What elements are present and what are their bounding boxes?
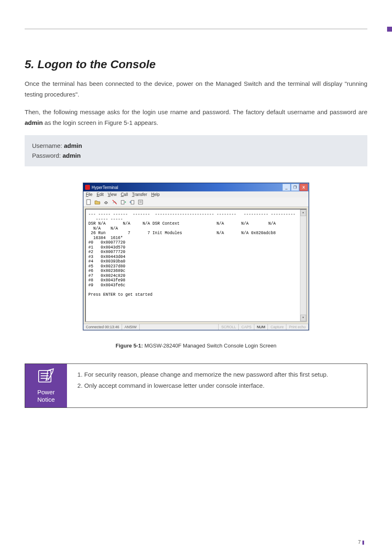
status-capture: Capture [268, 324, 286, 330]
tool-properties-icon[interactable] [137, 198, 144, 206]
status-connected: Connected 00:13:46 [83, 324, 122, 330]
scrollbar[interactable]: ▴ ▾ [300, 209, 306, 321]
status-spacer [140, 324, 219, 330]
window-title: HyperTerminal [92, 185, 118, 190]
terminal-output: --- ----- ------ ------- ---------------… [85, 209, 307, 322]
credentials-box: Username: admin Password: admin [25, 135, 367, 166]
notice-item-2: Only accept command in lowercase letter … [84, 381, 359, 391]
username-label: Username: [32, 142, 64, 149]
status-emulation: ANSIW [122, 324, 140, 330]
svg-rect-4 [131, 200, 134, 204]
figure-caption: Figure 5-1: MGSW-28240F Managed Switch C… [25, 343, 367, 349]
figure-label: Figure 5-1: [115, 343, 143, 349]
figure-text: MGSW-28240F Managed Switch Console Login… [143, 343, 277, 349]
paragraph-2-pre: Then, the following message asks for the… [25, 108, 367, 115]
status-scroll: SCROLL [219, 324, 239, 330]
notice-box: Power Notice For security reason, please… [25, 364, 367, 408]
svg-rect-5 [138, 200, 143, 204]
password-value: admin [62, 152, 81, 159]
tool-connect-icon[interactable] [102, 198, 110, 206]
notepad-icon [36, 368, 56, 386]
close-button[interactable]: X [300, 184, 308, 191]
status-caps: CAPS [239, 324, 254, 330]
tool-receive-icon[interactable] [128, 198, 136, 206]
statusbar: Connected 00:13:46 ANSIW SCROLL CAPS NUM… [83, 324, 309, 330]
scroll-up-icon[interactable]: ▴ [300, 209, 306, 216]
tool-send-icon[interactable] [120, 198, 127, 206]
menu-transfer[interactable]: Transfer [132, 192, 147, 197]
menubar: File Edit View Call Transfer Help [83, 191, 309, 198]
paragraph-2-bold: admin [25, 119, 43, 126]
menu-call[interactable]: Call [121, 192, 128, 197]
header-rule [25, 29, 367, 29]
hyperterminal-window: HyperTerminal _ ❐ X File Edit View Call … [83, 183, 309, 330]
menu-view[interactable]: View [108, 192, 117, 197]
tool-disconnect-icon[interactable] [111, 198, 118, 206]
notice-left-panel: Power Notice [25, 364, 67, 407]
notice-item-1: For security reason, please change and m… [84, 370, 359, 380]
menu-file[interactable]: File [86, 192, 92, 197]
tool-open-icon[interactable] [94, 198, 101, 206]
status-printecho: Print echo [286, 324, 309, 330]
notice-content: For security reason, please change and m… [67, 364, 367, 407]
status-num: NUM [254, 324, 268, 330]
menu-help[interactable]: Help [151, 192, 160, 197]
tool-new-icon[interactable] [85, 198, 92, 206]
notice-label-line1: Power [37, 389, 55, 396]
page-number: 7 [25, 539, 367, 545]
svg-rect-3 [121, 200, 124, 204]
menu-edit[interactable]: Edit [97, 192, 104, 197]
scroll-down-icon[interactable]: ▾ [300, 315, 306, 321]
svg-rect-1 [105, 203, 107, 204]
svg-line-2 [113, 200, 117, 204]
notice-label-line2: Notice [37, 396, 55, 403]
username-value: admin [64, 142, 82, 149]
section-title: 5. Logon to the Console [25, 58, 367, 71]
paragraph-2: Then, the following message asks for the… [25, 107, 367, 128]
password-label: Password: [32, 152, 62, 159]
maximize-button[interactable]: ❐ [291, 184, 299, 191]
app-icon [85, 185, 90, 190]
minimize-button[interactable]: _ [282, 184, 291, 191]
paragraph-2-post: as the login screen in Figure 5-1 appear… [43, 119, 158, 126]
svg-rect-0 [87, 200, 90, 205]
toolbar [83, 198, 309, 207]
titlebar: HyperTerminal _ ❐ X [83, 183, 309, 191]
paragraph-1: Once the terminal has been connected to … [25, 78, 367, 99]
